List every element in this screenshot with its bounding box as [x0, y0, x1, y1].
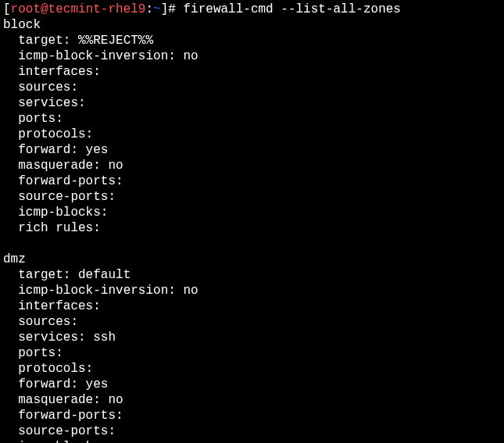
blank-line — [3, 236, 501, 252]
zone-property: source-ports: — [3, 423, 501, 439]
zone-property: source-ports: — [3, 189, 501, 205]
zone-property: services: — [3, 95, 501, 111]
zone-property: icmp-block-inversion: no — [3, 283, 501, 298]
zone-property: protocols: — [3, 127, 501, 142]
colon: : — [145, 2, 153, 16]
zone-property: icmp-blocks: — [3, 439, 501, 443]
zone-property: icmp-blocks: — [3, 205, 501, 220]
bracket-open: [ — [3, 2, 11, 16]
cwd: ~ — [153, 2, 161, 16]
zone-property: forward: yes — [3, 377, 501, 392]
zone-property: sources: — [3, 80, 501, 95]
zone-name: block — [3, 17, 501, 33]
zone-property: target: default — [3, 267, 501, 283]
zone-property: masquerade: no — [3, 158, 501, 173]
zone-property: forward-ports: — [3, 408, 501, 423]
zone-property: protocols: — [3, 361, 501, 377]
zone-property: ports: — [3, 345, 501, 361]
zone-property: ports: — [3, 111, 501, 127]
zone-property: masquerade: no — [3, 392, 501, 408]
terminal-prompt[interactable]: [root@tecmint-rhel9:~]# firewall-cmd --l… — [3, 2, 501, 17]
command-input[interactable]: firewall-cmd --list-all-zones — [183, 2, 400, 16]
zone-property: sources: — [3, 314, 501, 330]
zone-name: dmz — [3, 252, 501, 267]
terminal-output: blocktarget: %%REJECT%%icmp-block-invers… — [3, 17, 501, 443]
prompt-symbol: # — [168, 2, 176, 16]
zone-property: target: %%REJECT%% — [3, 33, 501, 48]
zone-property: rich rules: — [3, 220, 501, 236]
zone-property: services: ssh — [3, 330, 501, 345]
user-host: root@tecmint-rhel9 — [11, 2, 146, 16]
zone-property: interfaces: — [3, 64, 501, 80]
zone-property: interfaces: — [3, 298, 501, 314]
zone-property: forward-ports: — [3, 173, 501, 189]
bracket-close: ] — [161, 2, 169, 16]
zone-property: icmp-block-inversion: no — [3, 48, 501, 64]
zone-property: forward: yes — [3, 142, 501, 158]
